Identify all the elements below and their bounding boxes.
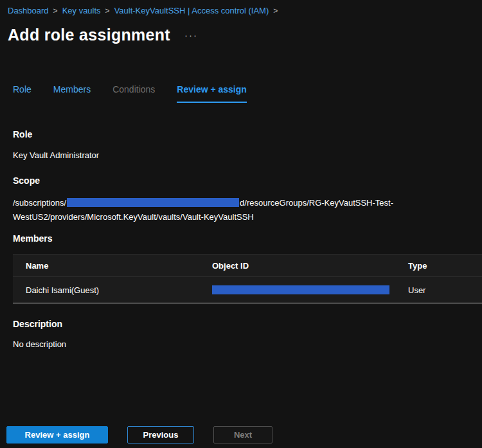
role-value: Key Vault Administrator xyxy=(13,150,482,160)
breadcrumb-dashboard[interactable]: Dashboard xyxy=(8,6,49,15)
breadcrumb-chevron-icon: > xyxy=(105,6,110,15)
breadcrumb: Dashboard>Key vaults>Vault-KeyVaultSSH |… xyxy=(0,0,482,15)
scope-heading: Scope xyxy=(13,175,482,186)
members-table: Name Object ID Type Daichi Isami(Guest) … xyxy=(13,254,482,303)
description-value: No description xyxy=(13,339,482,349)
column-header-object-id[interactable]: Object ID xyxy=(199,261,395,271)
role-heading: Role xyxy=(13,129,482,139)
breadcrumb-key-vaults[interactable]: Key vaults xyxy=(62,6,101,15)
member-name: Daichi Isami(Guest) xyxy=(13,285,199,295)
tab-review-assign[interactable]: Review + assign xyxy=(177,84,247,103)
redacted-subscription-id xyxy=(67,198,239,207)
member-type: User xyxy=(395,285,482,295)
tab-members[interactable]: Members xyxy=(53,84,91,103)
review-content: Role Key Vault Administrator Scope /subs… xyxy=(0,129,482,349)
scope-prefix: /subscriptions/ xyxy=(13,198,66,208)
review-assign-button[interactable]: Review + assign xyxy=(6,426,108,444)
next-button: Next xyxy=(213,426,272,444)
member-object-id-cell xyxy=(199,285,395,295)
members-heading: Members xyxy=(13,233,482,244)
more-options-icon[interactable]: ··· xyxy=(184,30,198,40)
description-heading: Description xyxy=(13,319,482,329)
add-role-assignment-page: Dashboard>Key vaults>Vault-KeyVaultSSH |… xyxy=(0,0,482,349)
tab-role[interactable]: Role xyxy=(13,84,31,103)
column-header-type[interactable]: Type xyxy=(395,261,482,271)
table-row: Daichi Isami(Guest) User xyxy=(13,277,482,303)
breadcrumb-chevron-icon: > xyxy=(273,6,278,15)
page-title: Add role assignment xyxy=(8,25,170,44)
tab-conditions: Conditions xyxy=(112,84,155,103)
members-table-header: Name Object ID Type xyxy=(13,254,482,277)
column-header-name[interactable]: Name xyxy=(13,261,199,271)
breadcrumb-chevron-icon: > xyxy=(53,6,58,15)
breadcrumb-vault-access-control[interactable]: Vault-KeyVaultSSH | Access control (IAM) xyxy=(114,6,269,15)
previous-button[interactable]: Previous xyxy=(127,426,194,444)
redacted-object-id xyxy=(212,285,389,294)
tab-bar: Role Members Conditions Review + assign xyxy=(13,84,482,103)
footer-actions: Review + assign Previous Next xyxy=(6,426,272,444)
scope-value: /subscriptions/d/resourceGroups/RG-KeyVa… xyxy=(13,196,436,224)
title-row: Add role assignment ··· xyxy=(8,25,474,44)
